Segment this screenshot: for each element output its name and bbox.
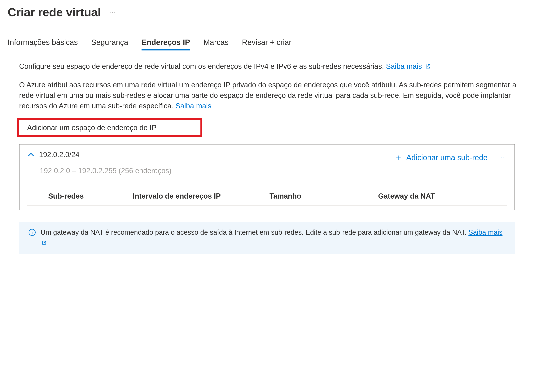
add-subnet-label: Adicionar uma sub-rede	[406, 153, 487, 162]
chevron-up-icon[interactable]	[27, 150, 35, 160]
intro-paragraph-1: Configure seu espaço de endereço de rede…	[19, 61, 526, 72]
more-actions-button[interactable]: ···	[109, 7, 118, 17]
info-icon	[28, 229, 36, 239]
address-space-cidr: 192.0.2.0/24	[39, 150, 79, 159]
intro2-text: O Azure atribui aos recursos em uma rede…	[19, 81, 516, 110]
address-space-more-button[interactable]: ···	[497, 154, 507, 162]
info-text: Um gateway da NAT é recomendado para o a…	[41, 227, 507, 248]
tab-review-create[interactable]: Revisar + criar	[242, 38, 292, 51]
info-banner: Um gateway da NAT é recomendado para o a…	[19, 222, 515, 254]
col-ip-range: Intervalo de endereços IP	[133, 192, 269, 200]
plus-icon: ＋	[394, 153, 403, 162]
add-ip-space-label: Adicionar um espaço de endereço de IP	[27, 124, 156, 132]
intro-paragraph-2: O Azure atribui aos recursos em uma rede…	[19, 80, 526, 111]
tab-security[interactable]: Segurança	[91, 38, 128, 51]
intro1-text: Configure seu espaço de endereço de rede…	[19, 62, 386, 70]
add-subnet-button[interactable]: ＋ Adicionar uma sub-rede	[394, 153, 487, 162]
external-link-icon	[425, 61, 430, 72]
tab-ip-addresses[interactable]: Endereços IP	[142, 38, 190, 51]
page-title: Criar rede virtual	[8, 5, 101, 19]
col-size: Tamanho	[269, 192, 378, 200]
col-subnets: Sub-redes	[48, 192, 133, 200]
add-ip-address-space-button[interactable]: Adicionar um espaço de endereço de IP	[17, 118, 202, 137]
tabs: Informações básicas Segurança Endereços …	[8, 38, 526, 51]
address-range-hint: 192.0.2.0 – 192.0.2.255 (256 endereços)	[40, 167, 507, 175]
address-space-panel: 192.0.2.0/24 ＋ Adicionar uma sub-rede ··…	[19, 144, 515, 210]
learn-more-link-2[interactable]: Saiba mais	[175, 102, 211, 110]
col-nat-gateway: Gateway da NAT	[378, 192, 507, 200]
subnet-table-header: Sub-redes Intervalo de endereços IP Tama…	[27, 192, 507, 206]
learn-more-link-1[interactable]: Saiba mais	[386, 62, 430, 70]
tab-tags[interactable]: Marcas	[203, 38, 229, 51]
svg-point-2	[32, 231, 33, 231]
tab-basics[interactable]: Informações básicas	[8, 38, 78, 51]
external-link-icon	[42, 238, 46, 248]
